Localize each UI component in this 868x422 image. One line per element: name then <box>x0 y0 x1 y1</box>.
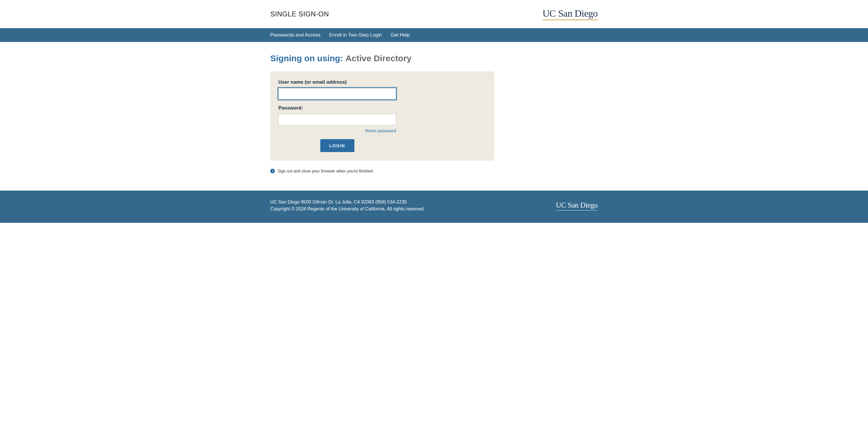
password-input[interactable] <box>278 114 396 125</box>
info-icon: i <box>270 169 275 173</box>
page-title: SINGLE SIGN-ON <box>270 10 329 18</box>
login-button[interactable]: LOGIN <box>320 139 354 152</box>
info-note: i Sign out and close your browser when y… <box>270 169 598 173</box>
reset-link-wrap: Reset password <box>278 128 396 133</box>
username-group: User name (or email address) <box>278 79 486 100</box>
username-label: User name (or email address) <box>278 79 486 85</box>
nav-link-enroll-two-step[interactable]: Enroll in Two-Step Login <box>329 32 382 38</box>
footer-ucsd-logo: UC San Diego <box>556 201 598 210</box>
login-button-wrap: LOGIN <box>278 139 396 152</box>
footer-address: UC San Diego 9500 Gilman Dr. La Jolla, C… <box>270 199 425 205</box>
username-input[interactable] <box>278 88 396 100</box>
signing-on-heading: Signing on using: Active Directory <box>270 54 598 63</box>
heading-service: Active Directory <box>345 54 412 63</box>
login-card: User name (or email address) Password: R… <box>270 71 494 161</box>
main-content: Signing on using: Active Directory User … <box>0 42 868 185</box>
footer-text: UC San Diego 9500 Gilman Dr. La Jolla, C… <box>270 199 425 213</box>
password-label: Password: <box>278 105 486 111</box>
heading-prefix: Signing on using: <box>270 54 343 63</box>
footer-copyright: Copyright © 2024 Regents of the Universi… <box>270 205 425 213</box>
nav-link-get-help[interactable]: Get Help <box>391 32 410 38</box>
footer: UC San Diego 9500 Gilman Dr. La Jolla, C… <box>0 191 868 223</box>
ucsd-logo: UC San Diego <box>542 8 598 20</box>
password-group: Password: <box>278 105 486 125</box>
nav-link-passwords[interactable]: Passwords and Access <box>270 32 320 38</box>
nav-bar: Passwords and Access Enroll in Two-Step … <box>0 28 868 42</box>
top-header: SINGLE SIGN-ON UC San Diego <box>0 0 868 28</box>
info-note-text: Sign out and close your browser when you… <box>278 169 374 173</box>
reset-password-link[interactable]: Reset password <box>365 128 396 133</box>
